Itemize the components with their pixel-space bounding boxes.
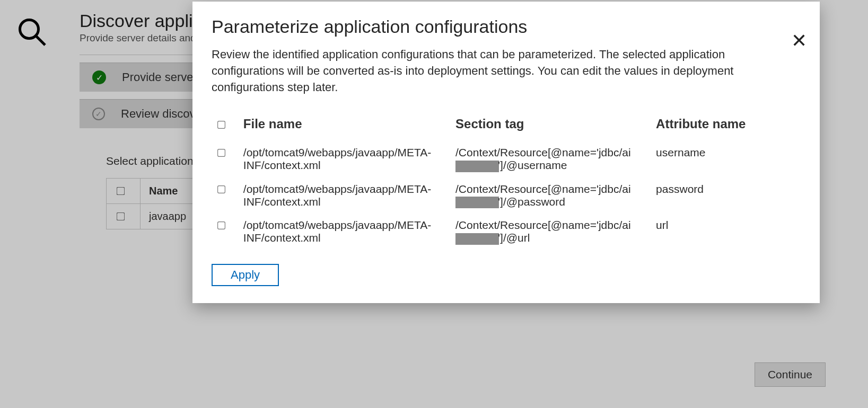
section-tag-suffix: ']/@username xyxy=(498,159,567,171)
attribute-name-cell: password xyxy=(652,178,801,214)
modal-title: Parameterize application configurations xyxy=(212,16,801,37)
config-row-checkbox[interactable] xyxy=(217,149,225,157)
attribute-name-cell: username xyxy=(652,141,801,177)
section-tag-prefix: /Context/Resource[@name='jdbc/ai xyxy=(455,183,631,195)
close-icon[interactable]: ✕ xyxy=(791,31,807,50)
section-tag-cell: /Context/Resource[@name='jdbc/ai']/@user… xyxy=(451,141,652,177)
configurations-table: File name Section tag Attribute name /op… xyxy=(212,111,801,250)
file-name-header: File name xyxy=(239,111,451,141)
redacted-segment xyxy=(455,197,499,208)
section-tag-cell: /Context/Resource[@name='jdbc/ai']/@url xyxy=(451,214,652,250)
file-name-cell: /opt/tomcat9/webapps/javaapp/META-INF/co… xyxy=(239,178,451,214)
section-tag-cell: /Context/Resource[@name='jdbc/ai']/@pass… xyxy=(451,178,652,214)
config-row: /opt/tomcat9/webapps/javaapp/META-INF/co… xyxy=(212,178,801,214)
select-all-configs-checkbox[interactable] xyxy=(217,121,225,129)
section-tag-prefix: /Context/Resource[@name='jdbc/ai xyxy=(455,219,631,231)
redacted-segment xyxy=(455,161,499,172)
section-tag-prefix: /Context/Resource[@name='jdbc/ai xyxy=(455,146,631,158)
config-row-checkbox[interactable] xyxy=(217,185,225,193)
file-name-cell: /opt/tomcat9/webapps/javaapp/META-INF/co… xyxy=(239,214,451,250)
modal-description: Review the identified application config… xyxy=(212,47,779,95)
parameterize-modal: ✕ Parameterize application configuration… xyxy=(192,2,820,303)
config-row: /opt/tomcat9/webapps/javaapp/META-INF/co… xyxy=(212,141,801,177)
attribute-name-cell: url xyxy=(652,214,801,250)
apply-button[interactable]: Apply xyxy=(212,264,279,286)
file-name-cell: /opt/tomcat9/webapps/javaapp/META-INF/co… xyxy=(239,141,451,177)
attribute-name-header: Attribute name xyxy=(652,111,801,141)
config-row: /opt/tomcat9/webapps/javaapp/META-INF/co… xyxy=(212,214,801,250)
section-tag-suffix: ']/@url xyxy=(498,232,530,244)
section-tag-suffix: ']/@password xyxy=(498,196,565,208)
section-tag-header: Section tag xyxy=(451,111,652,141)
redacted-segment xyxy=(455,233,499,245)
config-row-checkbox[interactable] xyxy=(217,221,225,229)
